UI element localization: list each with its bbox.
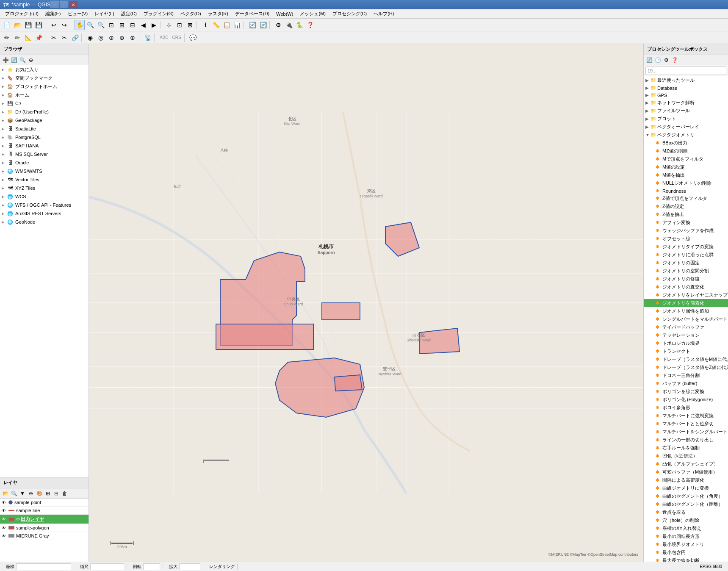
proc-item---------[interactable]: ✱ジオメトリの固定 (644, 259, 728, 267)
layer-expand-button[interactable]: ⊞ (44, 490, 52, 497)
menu-item-メッシュ[interactable]: メッシュ(M) (296, 10, 329, 18)
plugin-button[interactable]: 🔌 (284, 20, 294, 30)
menu-item-設定[interactable]: 設定(C) (118, 10, 140, 18)
proc-item---------[interactable]: ▶📁ネットワーク解析 (644, 99, 728, 107)
proc-item----XY----[interactable]: ✱座標のXY入れ替え (644, 524, 728, 532)
zoom-layer-tool[interactable]: ⊟ (127, 20, 138, 30)
save-as-button[interactable]: 💾 (33, 20, 44, 30)
proc-item-------[interactable]: ✱トランセクト (644, 347, 728, 355)
browser-item-D----UserProfile-[interactable]: ▶📁D:\ (UserProfile) (0, 108, 89, 116)
proc-item---------[interactable]: ✱ジオメトリの修復 (644, 275, 728, 283)
proc-item-GPS[interactable]: ▶📁GPS (644, 91, 728, 99)
proc-item-------[interactable]: ✱オフセット線 (644, 235, 728, 243)
digitize-tool-3[interactable]: 📐 (23, 33, 33, 43)
browser-item-GeoNode[interactable]: ▶🌐GeoNode (0, 218, 89, 226)
minimize-button[interactable]: ─ (50, 1, 59, 8)
layer-open-button[interactable]: 📂 (2, 490, 9, 497)
browser-item-XYZ-Tiles[interactable]: ▶🗺XYZ Tiles (0, 184, 89, 192)
proc-item---------[interactable]: ✱最大長で線を切断 (644, 557, 728, 562)
browser-filter-button[interactable]: 🔍 (19, 56, 26, 64)
layer-list[interactable]: 👁sample-point👁sample-line👁⚙出力レイヤ👁sample-… (0, 499, 89, 562)
proc-item---------[interactable]: ▶📁最近使ったツール (644, 76, 728, 84)
proc-item-M--------[interactable]: ✱Mで頂点をフィルタ (644, 155, 728, 163)
layer-visibility-icon[interactable]: 👁 (2, 526, 8, 530)
proc-item------------[interactable]: ✱マルチパートとと位穿切 (644, 420, 728, 428)
adv-digitize-5[interactable]: ⊕ (127, 33, 138, 43)
proc-item------[interactable]: ✱近点を取る (644, 508, 728, 516)
measure-tool[interactable]: 📏 (211, 20, 221, 30)
proc-item---------[interactable]: ✱最小の回転長方形 (644, 532, 728, 541)
proc-refresh-button[interactable]: 🔄 (645, 56, 653, 64)
coord-input[interactable]: -74715,-105138 (16, 563, 71, 570)
browser-collapse-button[interactable]: ⊖ (27, 56, 35, 64)
layer-visibility-icon[interactable]: 👁 (2, 534, 8, 538)
proc-item-Z----[interactable]: ✱Z値を抽出 (644, 211, 728, 219)
browser-item-WMS-WMTS[interactable]: ▶🌐WMS/WMTS (0, 167, 89, 175)
proc-item----------[interactable]: ✱間隔による高密度化 (644, 476, 728, 484)
stat-summary-button[interactable]: 📊 (232, 20, 242, 30)
proc-item-----------[interactable]: ✱ジオメトリの空間分割 (644, 267, 728, 275)
browser-item-MS-SQL-Server[interactable]: ▶🗄MS SQL Server (0, 150, 89, 158)
proc-item---------------[interactable]: ✱ジオメトリをレイヤにスナップ (644, 291, 728, 299)
proc-item-------buffer-[interactable]: ✱バッファ (buffer) (644, 380, 728, 388)
browser-item-Vector-Tiles[interactable]: ▶🗺Vector Tiles (0, 175, 89, 184)
annotate-tool[interactable]: 💬 (188, 33, 198, 43)
menu-item-プロセシング[interactable]: プロセシング(C) (329, 10, 370, 18)
previous-extent-button[interactable]: ◀ (138, 20, 148, 30)
deselect-tool[interactable]: ⊠ (185, 20, 195, 30)
layer-filter-button[interactable]: ▼ (19, 490, 26, 497)
layer-collapse-button[interactable]: ⊟ (53, 490, 60, 497)
zoom-out-tool[interactable]: 🔍 (96, 20, 106, 30)
proc-item--------------[interactable]: ✱曲線のセグメント化（距離） (644, 500, 728, 508)
processing-search-input[interactable] (645, 67, 726, 75)
proc-item--------M----[interactable]: ✱可変バッファ（M値使用） (644, 468, 728, 476)
menu-item-プロジェクト[interactable]: プロジェクト(J) (2, 10, 42, 18)
layer-search-button[interactable]: 🔍 (10, 490, 18, 497)
layer-visibility-icon[interactable]: 👁 (2, 508, 8, 513)
browser-refresh-button[interactable]: 🔄 (10, 56, 18, 64)
proc-item-----------Z-----[interactable]: ✱ドレープ（ラスタ値をZ値に代入） (644, 363, 728, 371)
menu-item-ラスタ[interactable]: ラスタ(R) (205, 10, 232, 18)
digitize-tool-2[interactable]: ✏ (12, 33, 22, 43)
layer-item-sample-point[interactable]: 👁sample-point (0, 499, 89, 507)
edit-tool-3[interactable]: 🔗 (70, 33, 80, 43)
browser-item----------[interactable]: ▶🏠プロジェクトホーム (0, 82, 89, 91)
attr-table-button[interactable]: 📋 (221, 20, 232, 30)
next-extent-button[interactable]: ▶ (149, 20, 159, 30)
browser-item-GeoPackage[interactable]: ▶📦GeoPackage (0, 116, 89, 125)
browser-add-button[interactable]: ➕ (2, 56, 9, 64)
proc-item---------[interactable]: ✱テッセレーション (644, 331, 728, 339)
browser-item-Oracle[interactable]: ▶🗄Oracle (0, 158, 89, 167)
layer-delete-button[interactable]: 🗑 (61, 490, 69, 497)
proc-item-----------M-----[interactable]: ✱ドレープ（ラスタ値をM値に代入） (644, 355, 728, 363)
map-area[interactable]: 北区 Kita Ward 東区 Higashi Ward 札幌市 Sapporo… (89, 44, 643, 562)
close-button[interactable]: ✕ (69, 1, 78, 8)
menu-item-ビュー[interactable]: ビュー(V) (64, 10, 91, 18)
zoom-full-tool[interactable]: ⊡ (106, 20, 116, 30)
redo-button[interactable]: ↪ (59, 20, 69, 30)
proc-item---------[interactable]: ✱トポロジカル境界 (644, 339, 728, 347)
browser-item-ArcGIS-REST-Servers[interactable]: ▶🌐ArcGIS REST Servers (0, 209, 89, 218)
proc-item--------Polygonize-[interactable]: ✱ポリゴン化 (Polygonize) (644, 396, 728, 404)
menu-item-プラグイン[interactable]: プラグイン(G) (140, 10, 177, 18)
adv-digitize-4[interactable]: ⊕ (117, 33, 127, 43)
menu-item-編集[interactable]: 編集(E) (42, 10, 64, 18)
browser-item-C--[interactable]: ▶💾C:\ (0, 99, 89, 108)
settings-button[interactable]: ⚙ (273, 20, 283, 30)
adv-digitize-2[interactable]: ◎ (96, 33, 106, 43)
magnify-input[interactable]: 100% (179, 563, 200, 570)
proc-item------[interactable]: ✱最小包含円 (644, 549, 728, 557)
rotation-input[interactable]: 0.0 (143, 563, 160, 570)
browser-item---------[interactable]: ▶🔖空間ブックマーク (0, 74, 89, 82)
proc-item-BBox---[interactable]: ✱BBoxの出力 (644, 139, 728, 147)
menu-item-Web[interactable]: Web(W) (273, 11, 296, 17)
adv-digitize-1[interactable]: ◉ (85, 33, 95, 43)
proc-item------------[interactable]: ✱マルチパートに強制変換 (644, 412, 728, 420)
proc-item------------------[interactable]: ✱シングルパートをマルチパートに集約 (644, 315, 728, 323)
undo-button[interactable]: ↩ (49, 20, 59, 30)
proc-item---------[interactable]: ▼📁ベクタジオメトリ (644, 131, 728, 139)
proc-item----------[interactable]: ✱ジオメトリを簡素化 (644, 299, 728, 307)
browser-item------[interactable]: ▶⭐お気に入り (0, 65, 89, 74)
proc-item----------[interactable]: ✱最小境界ジオメトリ (644, 541, 728, 549)
refresh-button[interactable]: 🔄 (258, 20, 268, 30)
